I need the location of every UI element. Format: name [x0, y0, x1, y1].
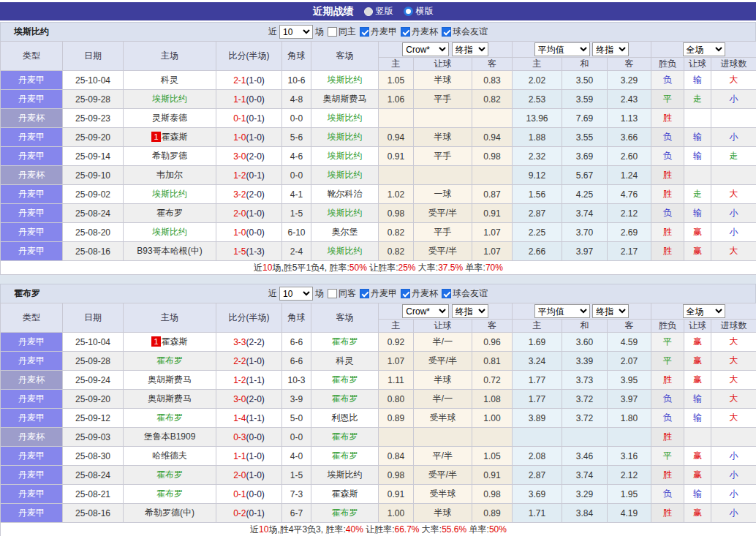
- col-header-avg-home: 主: [513, 320, 562, 333]
- home-team[interactable]: 霍森斯: [162, 336, 188, 347]
- away-team[interactable]: 埃斯比约: [328, 208, 363, 218]
- crow-away-odds: 0.81: [472, 352, 513, 371]
- final-odds-select-2[interactable]: 终指: [592, 42, 629, 56]
- away-team[interactable]: 埃斯比约: [328, 113, 363, 123]
- away-team[interactable]: 霍布罗: [332, 374, 358, 385]
- away-team[interactable]: 霍布罗: [332, 336, 358, 347]
- avg-draw-odds: 3.39: [562, 352, 608, 371]
- away-team[interactable]: 霍森斯: [332, 488, 358, 499]
- horizontal-layout-option[interactable]: 横版: [404, 5, 434, 18]
- fulltime-score: 1-0: [233, 132, 246, 143]
- average-odds-select[interactable]: 平均值: [534, 304, 590, 318]
- fulltime-group: 全场: [651, 303, 756, 320]
- home-team[interactable]: 埃斯比约: [152, 94, 187, 104]
- league-checkbox-1[interactable]: [401, 289, 410, 298]
- away-team[interactable]: 霍布罗: [332, 450, 358, 461]
- odds-source-select[interactable]: Crow*: [402, 304, 449, 318]
- fulltime-select[interactable]: 全场: [683, 304, 725, 318]
- home-team-cell: 科灵: [124, 71, 216, 90]
- date-cell: 25-10-04: [63, 333, 124, 352]
- final-odds-select-2[interactable]: 终指: [592, 304, 629, 318]
- horizontal-radio-icon[interactable]: [404, 7, 413, 16]
- handicap-result: 输: [684, 204, 711, 223]
- home-team[interactable]: 希勒罗德: [152, 151, 187, 161]
- odds-source-select[interactable]: Crow*: [402, 42, 449, 56]
- away-team[interactable]: 靴尔科治: [328, 189, 363, 199]
- avg-home-odds: 9.12: [513, 166, 562, 185]
- match-count-select[interactable]: 10: [279, 25, 313, 39]
- halftime-score: (0-1): [246, 113, 265, 124]
- away-team-cell: 科灵: [311, 352, 379, 371]
- average-odds-group: 平均值 终指: [513, 42, 651, 58]
- same-venue-checkbox[interactable]: [328, 289, 337, 298]
- away-team[interactable]: 埃斯比约: [328, 469, 363, 480]
- away-team[interactable]: 埃斯比约: [328, 170, 363, 180]
- home-team[interactable]: 埃斯比约: [152, 189, 187, 199]
- team-section: 埃斯比约 近 10 场 同主 丹麦甲丹麦杯球会友谊: [0, 22, 756, 275]
- date-cell: 25-09-12: [63, 409, 124, 428]
- home-team[interactable]: 科灵: [161, 75, 178, 85]
- away-team[interactable]: 埃斯比约: [328, 132, 363, 142]
- avg-draw-odds: 3.97: [562, 242, 608, 261]
- home-team[interactable]: 堡鲁本B1909: [144, 431, 196, 442]
- match-row: 丹麦杯25-09-23灵斯泰德0-1(0-1)0-0埃斯比约13.967.691…: [1, 109, 756, 128]
- summary-text: 近10场,胜4平3负3, 胜率:40% 让胜率:66.7% 大率:55.6% 单…: [1, 523, 756, 536]
- home-team[interactable]: 灵斯泰德: [152, 113, 187, 123]
- league-checkbox-0[interactable]: [360, 289, 369, 298]
- home-team-cell: 灵斯泰德: [124, 109, 216, 128]
- crow-home-odds: 1.05: [379, 71, 414, 90]
- halftime-score: (1-0): [246, 75, 265, 86]
- home-team[interactable]: 希勒罗德(中): [145, 507, 194, 518]
- team-filter-bar: 霍布罗 近 10 场 同客 丹麦甲丹麦杯球会友谊: [0, 284, 756, 303]
- home-team[interactable]: B93哥本哈根(中): [137, 246, 202, 256]
- away-team[interactable]: 奥胡斯费马: [323, 94, 367, 104]
- away-team[interactable]: 利恩比: [332, 412, 358, 423]
- handicap-result: 走: [684, 90, 711, 109]
- crow-handicap: 平/半: [414, 447, 472, 466]
- league-checkbox-2[interactable]: [442, 27, 451, 37]
- crow-away-odds: 0.96: [472, 333, 513, 352]
- date-cell: 25-08-30: [63, 447, 124, 466]
- date-cell: 25-08-24: [63, 466, 124, 485]
- home-team[interactable]: 奥胡斯费马: [148, 374, 192, 385]
- home-team[interactable]: 哈维德夫: [152, 450, 187, 461]
- final-odds-select[interactable]: 终指: [452, 304, 488, 318]
- results-table: 类型 日期 主场 比分(半场) 角球 客场 Crow* 终指: [0, 41, 756, 275]
- away-team[interactable]: 霍布罗: [332, 393, 358, 404]
- wdl-result: 平: [651, 333, 684, 352]
- away-team[interactable]: 埃斯比约: [328, 246, 363, 256]
- home-team[interactable]: 霍布罗: [156, 488, 183, 499]
- match-count-select[interactable]: 10: [279, 287, 313, 301]
- home-team[interactable]: 韦加尔: [156, 170, 183, 180]
- home-team[interactable]: 霍布罗: [156, 412, 183, 423]
- away-team[interactable]: 埃斯比约: [328, 151, 363, 161]
- league-checkbox-2[interactable]: [442, 289, 451, 298]
- handicap-result: 输: [684, 485, 711, 504]
- home-team[interactable]: 霍布罗: [156, 469, 183, 480]
- away-team[interactable]: 霍布罗: [332, 507, 358, 518]
- home-team[interactable]: 霍布罗: [156, 355, 183, 366]
- goals-result: 小: [711, 485, 756, 504]
- home-team-cell: 堡鲁本B1909: [124, 428, 216, 447]
- col-header-wdl: 胜负: [651, 58, 684, 71]
- away-team[interactable]: 霍布罗: [332, 431, 358, 442]
- home-team[interactable]: 埃斯比约: [152, 227, 187, 237]
- score-cell: 0-1(0-0): [216, 485, 282, 504]
- avg-draw-odds: 5.67: [562, 166, 608, 185]
- league-checkbox-1[interactable]: [401, 27, 410, 37]
- away-team[interactable]: 奥尔堡: [332, 227, 358, 237]
- fulltime-select[interactable]: 全场: [683, 42, 725, 56]
- league-checkbox-0[interactable]: [360, 27, 369, 37]
- vertical-radio-icon[interactable]: [364, 7, 373, 16]
- home-team[interactable]: 霍布罗: [156, 208, 183, 218]
- crow-handicap: [414, 166, 472, 185]
- average-odds-select[interactable]: 平均值: [534, 42, 590, 56]
- vertical-layout-option[interactable]: 竖版: [364, 5, 393, 18]
- away-team[interactable]: 埃斯比约: [328, 75, 363, 85]
- final-odds-select[interactable]: 终指: [452, 42, 488, 56]
- wdl-result: 平: [651, 447, 684, 466]
- away-team[interactable]: 科灵: [336, 355, 354, 366]
- home-team[interactable]: 霍森斯: [162, 132, 188, 142]
- home-team[interactable]: 奥胡斯费马: [148, 393, 192, 404]
- same-venue-checkbox[interactable]: [328, 27, 337, 37]
